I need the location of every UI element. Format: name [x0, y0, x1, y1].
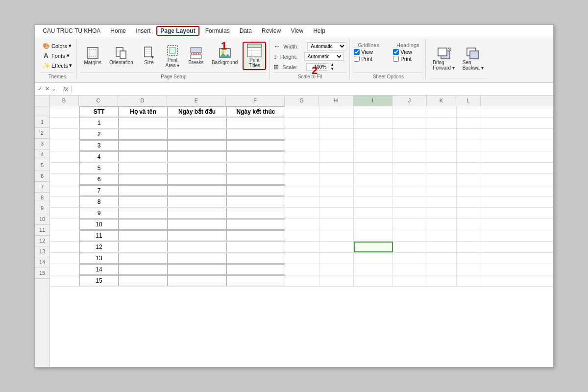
cell-d-12[interactable] [119, 242, 168, 252]
cell-extra-15-2[interactable] [457, 275, 481, 286]
cell-f-8[interactable] [226, 196, 285, 207]
cell-b-8[interactable] [50, 196, 79, 207]
scale-spinner[interactable]: ▲▼ [330, 63, 334, 72]
scale-input[interactable] [306, 63, 328, 71]
cell-i-2[interactable] [354, 129, 393, 140]
cell-i-8[interactable] [354, 196, 393, 207]
cell-extra-15-1[interactable] [427, 275, 457, 286]
gridlines-print-checkbox[interactable] [354, 56, 360, 62]
cell-g-header[interactable] [285, 106, 319, 117]
cell-e-13[interactable] [168, 253, 226, 264]
cell-f-5[interactable] [226, 163, 285, 173]
cell-extra-10-1[interactable] [427, 219, 457, 230]
formula-input[interactable] [74, 85, 551, 93]
cell-f-7[interactable] [226, 185, 285, 196]
cell-i-1[interactable] [354, 118, 393, 128]
cell-b-1[interactable] [50, 118, 79, 128]
colors-button[interactable]: 🎨 Colors ▾ [41, 42, 74, 50]
cell-c-4[interactable]: 4 [79, 151, 119, 162]
cell-extra-1-2[interactable] [457, 118, 481, 128]
effects-button[interactable]: ✨ Effects ▾ [41, 61, 74, 70]
menu-page-layout[interactable]: Page Layout [156, 26, 199, 36]
cell-extra-8-0[interactable] [393, 196, 427, 207]
cell-g-12[interactable] [285, 242, 319, 252]
cell-e-3[interactable] [168, 140, 226, 151]
orientation-button[interactable]: Orientation [106, 45, 136, 66]
menu-help[interactable]: Help [309, 26, 329, 36]
cell-extra-1-0[interactable] [393, 118, 427, 128]
menu-review[interactable]: Review [258, 26, 285, 36]
cell-c-9[interactable]: 9 [79, 208, 119, 219]
cell-e-12[interactable] [168, 242, 226, 252]
cell-e-1[interactable] [168, 118, 226, 128]
cell-g-7[interactable] [285, 185, 319, 196]
cell-d-header[interactable]: Họ và tên [119, 106, 168, 117]
cell-i-12[interactable] [354, 242, 393, 252]
cell-e-14[interactable] [168, 264, 226, 275]
cell-e-10[interactable] [168, 219, 226, 230]
cell-e-header[interactable]: Ngày bắt đầu [168, 106, 226, 117]
cell-extra-4-0[interactable] [393, 151, 427, 162]
cell-g-4[interactable] [285, 151, 319, 162]
cell-e-6[interactable] [168, 174, 226, 185]
cell-extra-14-0[interactable] [393, 264, 427, 275]
width-select[interactable]: Automatic 1 page 2 pages [307, 42, 346, 50]
cell-f-1[interactable] [226, 118, 285, 128]
cell-i-7[interactable] [354, 185, 393, 196]
cell-extra-13-0[interactable] [393, 253, 427, 264]
cell-d-2[interactable] [119, 129, 168, 140]
cell-i-4[interactable] [354, 151, 393, 162]
cell-f-14[interactable] [226, 264, 285, 275]
cell-i-10[interactable] [354, 219, 393, 230]
cell-g-10[interactable] [285, 219, 319, 230]
cell-c-3[interactable]: 3 [79, 140, 119, 151]
cell-b-4[interactable] [50, 151, 79, 162]
cell-b-header[interactable] [50, 106, 79, 117]
cell-extra-12-0[interactable] [393, 242, 427, 252]
cell-h-10[interactable] [319, 219, 354, 230]
cell-b-15[interactable] [50, 275, 79, 286]
cell-extra-5-0[interactable] [393, 163, 427, 173]
cell-extra-header-0[interactable] [393, 106, 427, 117]
cell-extra-1-1[interactable] [427, 118, 457, 128]
cell-e-8[interactable] [168, 196, 226, 207]
cell-extra-4-2[interactable] [457, 151, 481, 162]
cell-d-15[interactable] [119, 275, 168, 286]
cell-h-12[interactable] [319, 242, 354, 252]
cell-b-5[interactable] [50, 163, 79, 173]
cell-c-5[interactable]: 5 [79, 163, 119, 173]
cell-extra-15-0[interactable] [393, 275, 427, 286]
cell-h-13[interactable] [319, 253, 354, 264]
cell-h-6[interactable] [319, 174, 354, 185]
cell-i-14[interactable] [354, 264, 393, 275]
cell-c-6[interactable]: 6 [79, 174, 119, 185]
cell-extra-12-2[interactable] [457, 242, 481, 252]
cell-d-14[interactable] [119, 264, 168, 275]
menu-app-name[interactable]: CAU TRUC TU KHOA [39, 26, 104, 36]
cell-extra-header-2[interactable] [457, 106, 481, 117]
cell-i-5[interactable] [354, 163, 393, 173]
cell-b-7[interactable] [50, 185, 79, 196]
menu-home[interactable]: Home [106, 26, 130, 36]
cell-g-11[interactable] [285, 230, 319, 241]
cell-g-2[interactable] [285, 129, 319, 140]
cell-extra-header-1[interactable] [427, 106, 457, 117]
cell-extra-7-2[interactable] [457, 185, 481, 196]
cell-extra-3-2[interactable] [457, 140, 481, 151]
cell-extra-14-1[interactable] [427, 264, 457, 275]
cell-h-8[interactable] [319, 196, 354, 207]
cell-extra-11-0[interactable] [393, 230, 427, 241]
cell-d-7[interactable] [119, 185, 168, 196]
cell-extra-8-1[interactable] [427, 196, 457, 207]
cell-d-10[interactable] [119, 219, 168, 230]
cell-i-15[interactable] [354, 275, 393, 286]
cell-extra-9-0[interactable] [393, 208, 427, 219]
cell-h-header[interactable] [319, 106, 354, 117]
cell-g-3[interactable] [285, 140, 319, 151]
cell-c-8[interactable]: 8 [79, 196, 119, 207]
cell-extra-2-0[interactable] [393, 129, 427, 140]
cell-extra-12-1[interactable] [427, 242, 457, 252]
cell-b-9[interactable] [50, 208, 79, 219]
cell-extra-6-1[interactable] [427, 174, 457, 185]
cell-f-3[interactable] [226, 140, 285, 151]
